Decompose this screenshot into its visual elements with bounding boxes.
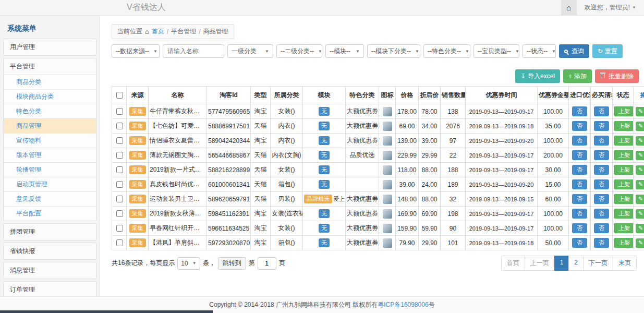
must-buy-toggle[interactable]: 否	[594, 179, 609, 189]
status-toggle[interactable]: 上架	[614, 194, 634, 204]
status-toggle[interactable]: 上架	[614, 136, 634, 146]
coupon-time: 2019-09-13—2019-09-17	[466, 207, 538, 221]
column-header: 优惠券时间	[466, 87, 538, 104]
page-button[interactable]: 末页	[613, 256, 637, 271]
edit-button[interactable]: ✎	[636, 151, 644, 160]
submenu-item[interactable]: 商品管理	[4, 118, 96, 133]
must-buy-toggle[interactable]: 否	[594, 136, 609, 146]
must-buy-toggle[interactable]: 否	[594, 223, 609, 233]
edit-button[interactable]: ✎	[636, 136, 644, 146]
breadcrumb-home-link[interactable]: 首页	[152, 27, 164, 36]
select-all-checkbox[interactable]	[116, 92, 123, 99]
reset-button[interactable]: ↻ 重置	[592, 44, 623, 58]
edit-button[interactable]: ✎	[636, 122, 644, 131]
row-checkbox[interactable]	[116, 239, 123, 246]
must-buy-toggle[interactable]: 否	[594, 209, 609, 219]
per-page-select[interactable]: 10 ▼	[177, 257, 200, 270]
search-button[interactable]: 查询	[559, 44, 589, 58]
home-button[interactable]: ⌂	[561, 0, 577, 16]
import-optional-toggle[interactable]: 否	[572, 165, 587, 175]
import-optional-toggle[interactable]: 否	[572, 136, 587, 146]
status-toggle[interactable]: 上架	[614, 223, 634, 233]
caret-down-icon: ▼	[318, 49, 322, 54]
import-optional-toggle[interactable]: 否	[572, 106, 587, 116]
edit-button[interactable]: ✎	[636, 224, 644, 233]
menu-item[interactable]: 订单管理	[4, 282, 96, 298]
must-buy-toggle[interactable]: 否	[594, 121, 609, 131]
column-header: 折后价	[419, 87, 441, 104]
row-checkbox[interactable]	[116, 152, 123, 159]
add-button[interactable]: + 添加	[563, 69, 592, 83]
row-checkbox[interactable]	[116, 166, 123, 173]
edit-button[interactable]: ✎	[636, 165, 644, 175]
filter-select[interactable]: --模块--▼	[325, 44, 364, 58]
status-toggle[interactable]: 上架	[614, 121, 634, 131]
status-toggle[interactable]: 上架	[614, 165, 634, 175]
import-optional-toggle[interactable]: 否	[572, 238, 587, 248]
user-menu[interactable]: 欢迎您，管理员! ▼	[577, 3, 644, 12]
menu-item[interactable]: 平台管理	[4, 58, 96, 75]
filter-select[interactable]: --模块下分类--▼	[367, 44, 420, 58]
horizontal-scrollbar-thumb[interactable]	[0, 310, 213, 313]
icp-link[interactable]: 粤ICP备16098006号	[378, 300, 434, 309]
status-toggle[interactable]: 上架	[614, 238, 634, 248]
import-optional-toggle[interactable]: 否	[572, 150, 587, 160]
edit-button[interactable]: ✎	[636, 238, 644, 248]
edit-button[interactable]: ✎	[636, 107, 644, 116]
menu-item[interactable]: 消息管理	[4, 262, 96, 279]
submenu-item[interactable]: 版本管理	[4, 148, 96, 162]
filter-select[interactable]: --二级分类--▼	[276, 44, 322, 58]
page-button[interactable]: 下一页	[583, 256, 613, 271]
menu-item[interactable]: 拼团管理	[4, 224, 96, 240]
edit-button[interactable]: ✎	[636, 195, 644, 204]
filter-select[interactable]: --状态--▼	[523, 44, 556, 58]
filter-select[interactable]: 一级分类▼	[227, 44, 273, 58]
row-checkbox[interactable]	[116, 225, 123, 232]
import-optional-toggle[interactable]: 否	[572, 179, 587, 189]
submenu-item[interactable]: 宣传物料	[4, 133, 96, 148]
submenu-item[interactable]: 商品分类	[4, 75, 96, 89]
status-toggle[interactable]: 上架	[614, 209, 634, 219]
row-checkbox[interactable]	[116, 137, 123, 144]
page-button[interactable]: 首页	[501, 256, 525, 271]
import-excel-button[interactable]: ↧ 导入excel	[515, 69, 560, 83]
edit-button[interactable]: ✎	[636, 209, 644, 219]
must-buy-toggle[interactable]: 否	[594, 106, 609, 116]
import-optional-toggle[interactable]: 否	[572, 209, 587, 219]
menu-item[interactable]: 省钱快报	[4, 243, 96, 259]
data-source-select[interactable]: --数据来源-- ▼	[112, 44, 160, 58]
edit-icon: ✎	[638, 239, 643, 246]
menu-item[interactable]: 用户管理	[4, 39, 96, 55]
row-checkbox[interactable]	[116, 108, 123, 115]
must-buy-toggle[interactable]: 否	[594, 150, 609, 160]
page-number-input[interactable]	[258, 257, 276, 270]
batch-delete-button[interactable]: 批量删除	[595, 69, 639, 83]
filter-select[interactable]: --特色分类--▼	[423, 44, 470, 58]
submenu-item[interactable]: 模块商品分类	[4, 89, 96, 104]
import-optional-toggle[interactable]: 否	[572, 121, 587, 131]
edit-button[interactable]: ✎	[636, 180, 644, 189]
status-toggle[interactable]: 上架	[614, 106, 634, 116]
page-button[interactable]: 2	[568, 256, 584, 271]
status-toggle[interactable]: 上架	[614, 150, 634, 160]
must-buy-toggle[interactable]: 否	[594, 194, 609, 204]
import-optional-toggle[interactable]: 否	[572, 223, 587, 233]
row-checkbox[interactable]	[116, 196, 123, 202]
row-checkbox[interactable]	[116, 181, 123, 188]
jump-button[interactable]: 跳转到	[218, 257, 246, 270]
must-buy-toggle[interactable]: 否	[594, 238, 609, 248]
submenu-item[interactable]: 意见反馈	[4, 191, 96, 206]
must-buy-toggle[interactable]: 否	[594, 165, 609, 175]
filter-select[interactable]: --宝贝类型--▼	[473, 44, 519, 58]
page-button[interactable]: 上一页	[525, 256, 555, 271]
submenu-item[interactable]: 特色分类	[4, 104, 96, 118]
submenu-item[interactable]: 平台配置	[4, 206, 96, 221]
submenu-item[interactable]: 轮播管理	[4, 162, 96, 177]
row-checkbox[interactable]	[116, 210, 123, 217]
page-button[interactable]: 1	[554, 256, 569, 271]
name-search-input[interactable]	[163, 44, 224, 58]
row-checkbox[interactable]	[116, 123, 123, 129]
submenu-item[interactable]: 启动页管理	[4, 177, 96, 191]
import-optional-toggle[interactable]: 否	[572, 194, 587, 204]
status-toggle[interactable]: 上架	[614, 179, 634, 189]
